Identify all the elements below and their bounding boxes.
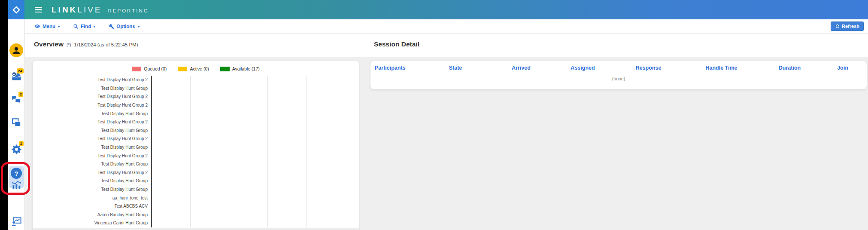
app-logo[interactable] <box>8 0 24 19</box>
eye-icon <box>34 23 40 29</box>
hunt-group-label: Vincenza Carini Hunt Group <box>33 221 150 225</box>
hunt-group-label: Test Display Hunt Group 2 <box>33 94 150 99</box>
legend-swatch <box>132 67 141 71</box>
column-header-arrived[interactable]: Arrived <box>490 65 552 71</box>
bar-chart-icon <box>11 179 22 190</box>
hunt-group-label: Test Display Hunt Group <box>33 86 150 91</box>
brand-primary: LINK <box>52 5 77 15</box>
hunt-group-label: Test Display Hunt Group <box>33 128 150 133</box>
hunt-group-label: Test Display Hunt Group <box>33 178 150 183</box>
column-header-join[interactable]: Join <box>820 65 865 71</box>
legend-label: Active (0) <box>190 66 209 71</box>
refresh-label: Refresh <box>842 24 859 29</box>
legend-item: Available (17) <box>220 66 260 71</box>
column-header-state[interactable]: State <box>421 65 490 71</box>
main-area: Menu Find Options <box>25 19 868 230</box>
chevron-down-icon <box>58 26 60 28</box>
overview-flag: (*) <box>67 43 71 47</box>
column-header-duration[interactable]: Duration <box>759 65 820 71</box>
titles-row: Overview (*) 1/18/2024 (as of 5:22:45 PM… <box>25 34 868 57</box>
hunt-group-label: Test Display Hunt Group <box>33 145 150 150</box>
find-dropdown[interactable]: Find <box>73 24 96 29</box>
refresh-button[interactable]: Refresh <box>831 21 864 31</box>
sidebar-item-windows[interactable] <box>8 115 24 130</box>
sidebar-item-monitoring[interactable] <box>8 214 24 229</box>
sidebar-item-chat[interactable]: 2 <box>8 92 24 107</box>
chevron-down-icon <box>137 26 140 28</box>
session-empty-text: (none) <box>370 76 867 81</box>
chat-badge: 2 <box>18 92 23 97</box>
sidebar-item-profile[interactable] <box>8 43 24 58</box>
legend-label: Available (17) <box>232 66 260 71</box>
brand-secondary: LIVE <box>77 5 102 15</box>
find-label: Find <box>81 24 91 29</box>
diamond-logo-icon <box>11 5 21 15</box>
chart-legend: Queued (0)Active (0)Available (17) <box>33 61 359 74</box>
app-header: LINKLIVE REPORTING <box>24 0 868 19</box>
legend-item: Active (0) <box>178 66 209 71</box>
legend-label: Queued (0) <box>144 66 167 71</box>
hunt-group-label: Test Display Hunt Group 2 <box>33 103 150 107</box>
column-header-assigned[interactable]: Assigned <box>552 65 613 71</box>
inbox-badge: 24 <box>17 68 23 74</box>
windows-icon <box>11 117 22 128</box>
wrench-icon <box>109 24 114 29</box>
overview-date: 1/18/2024 (as of 5:22:45 PM) <box>74 42 138 47</box>
session-header-row: ParticipantsStateArrivedAssignedResponse… <box>370 65 867 71</box>
hunt-group-label: Test Display Hunt Group <box>33 162 150 166</box>
avatar <box>9 43 23 57</box>
sidebar-item-settings[interactable]: 1 <box>8 142 24 156</box>
session-detail-card: ParticipantsStateArrivedAssignedResponse… <box>370 61 867 89</box>
hunt-group-label: Test Display Hunt Group <box>33 111 150 116</box>
screen-edge <box>0 0 8 230</box>
page-title: Overview <box>34 40 64 48</box>
legend-item: Queued (0) <box>132 66 167 71</box>
presenter-icon <box>11 216 22 227</box>
horizontal-scrollbar[interactable] <box>33 228 359 230</box>
hunt-group-label: Test Display Hunt Group 2 <box>33 170 150 175</box>
hunt-group-label: Test ABCBS ACV <box>33 204 150 209</box>
column-header-participants[interactable]: Participants <box>370 65 421 71</box>
hunt-group-label: Test Display Hunt Group 2 <box>33 136 150 141</box>
menu-dropdown[interactable]: Menu <box>34 23 60 29</box>
overview-heading: Overview (*) 1/18/2024 (as of 5:22:45 PM… <box>34 40 138 48</box>
hunt-group-label: aa_hani_tone_test <box>33 196 150 200</box>
overview-chart-card: Queued (0)Active (0)Available (17) Test … <box>33 61 359 230</box>
session-detail-title: Session Detail <box>374 40 419 48</box>
menu-label: Menu <box>42 24 55 29</box>
hunt-group-label: Test Display Hunt Group 2 <box>33 120 150 124</box>
chart-body: Test Display Hunt Group 2Test Display Hu… <box>33 76 359 227</box>
hamburger-menu-icon[interactable] <box>35 7 42 13</box>
legend-swatch <box>220 67 230 71</box>
sidebar-item-inbox[interactable]: 24 <box>8 69 24 84</box>
sidebar-item-reports[interactable] <box>8 170 24 184</box>
refresh-icon <box>835 24 840 29</box>
chart-grid <box>151 76 355 227</box>
options-label: Options <box>116 24 135 29</box>
hunt-group-label: Test Display Hunt Group 2 <box>33 153 150 158</box>
toolbar: Menu Find Options <box>25 19 868 34</box>
legend-swatch <box>178 67 187 71</box>
chevron-down-icon <box>93 26 96 28</box>
column-header-response[interactable]: Response <box>613 65 684 71</box>
hunt-group-label: Aaron Barclay Hunt Group <box>33 212 150 217</box>
column-header-handle-time[interactable]: Handle Time <box>684 65 759 71</box>
hunt-group-label: Test Display Hunt Group 2 <box>33 77 150 82</box>
hunt-group-label: Test Display Hunt Group <box>33 187 150 192</box>
search-icon <box>73 24 79 29</box>
brand: LINKLIVE REPORTING <box>52 5 149 15</box>
person-icon <box>11 45 21 55</box>
options-dropdown[interactable]: Options <box>109 24 140 29</box>
brand-suffix: REPORTING <box>108 8 149 13</box>
settings-badge: 1 <box>19 141 24 147</box>
sidebar: 24 2 1 <box>8 19 25 230</box>
